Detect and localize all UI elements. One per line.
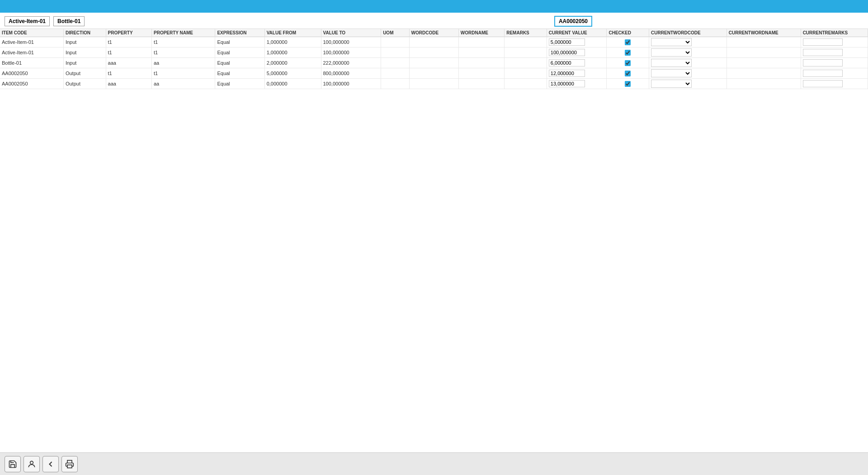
cell-property: t1 xyxy=(106,48,151,58)
cell-currentremarks[interactable] xyxy=(801,58,868,68)
checked-checkbox[interactable] xyxy=(625,39,631,45)
cell-property: t1 xyxy=(106,68,151,79)
col-header-expression: EXPRESSION xyxy=(215,29,264,37)
col-header-currentremarks: CURRENTREMARKS xyxy=(801,29,868,37)
checked-checkbox[interactable] xyxy=(625,50,631,56)
cell-valueto: 222,000000 xyxy=(321,58,381,68)
cell-itemcode: Bottle-01 xyxy=(0,58,63,68)
properties-table: ITEM CODE DIRECTION PROPERTY PROPERTY NA… xyxy=(0,29,868,89)
cell-itemcode: Active-Item-01 xyxy=(0,48,63,58)
cell-property: aaa xyxy=(106,79,151,89)
cell-direction: Input xyxy=(63,58,106,68)
cell-currentwordcode[interactable] xyxy=(649,58,727,68)
cell-currentwordcode[interactable] xyxy=(649,48,727,58)
cell-currentremarks[interactable] xyxy=(801,68,868,79)
currentremarks-input[interactable] xyxy=(803,49,843,56)
cell-currentvalue[interactable] xyxy=(547,37,607,48)
cell-uom xyxy=(381,58,409,68)
cell-expression: Equal xyxy=(215,68,264,79)
cell-itemcode: AA0002050 xyxy=(0,68,63,79)
cell-remarks xyxy=(505,37,547,48)
cell-propertyname: t1 xyxy=(151,48,215,58)
print-button[interactable] xyxy=(61,456,78,472)
cell-valueto: 100,000000 xyxy=(321,37,381,48)
cell-currentwordcode[interactable] xyxy=(649,37,727,48)
cell-currentvalue[interactable] xyxy=(547,68,607,79)
back-button[interactable] xyxy=(42,456,59,472)
cell-expression: Equal xyxy=(215,37,264,48)
table-container: ITEM CODE DIRECTION PROPERTY PROPERTY NA… xyxy=(0,29,868,452)
currentwordcode-select[interactable] xyxy=(651,80,692,88)
currentremarks-input[interactable] xyxy=(803,38,843,46)
currentremarks-input[interactable] xyxy=(803,70,843,77)
table-body: Active-Item-01Inputt1t1Equal1,000000100,… xyxy=(0,37,868,89)
cell-currentwordname xyxy=(726,48,801,58)
cell-expression: Equal xyxy=(215,79,264,89)
cell-currentremarks[interactable] xyxy=(801,37,868,48)
cell-direction: Input xyxy=(63,37,106,48)
cell-expression: Equal xyxy=(215,58,264,68)
currentwordcode-select[interactable] xyxy=(651,48,692,57)
currentwordcode-select[interactable] xyxy=(651,69,692,77)
currentvalue-input[interactable] xyxy=(549,70,585,77)
col-header-valuefrom: VALUE FROM xyxy=(264,29,321,37)
currentwordcode-select[interactable] xyxy=(651,59,692,67)
currentvalue-input[interactable] xyxy=(549,38,585,46)
cell-checked[interactable] xyxy=(607,37,649,48)
header-section: Active-Item-01 Bottle-01 AA0002050 xyxy=(0,13,868,29)
close-button[interactable] xyxy=(852,1,863,11)
table-row: AA0002050Outputt1t1Equal5,000000800,0000… xyxy=(0,68,868,79)
cell-valuefrom: 2,000000 xyxy=(264,58,321,68)
user-button[interactable] xyxy=(24,456,40,472)
cell-currentvalue[interactable] xyxy=(547,48,607,58)
cell-wordcode xyxy=(409,79,458,89)
cell-wordname xyxy=(458,68,504,79)
bottom-toolbar xyxy=(0,452,868,475)
cell-direction: Output xyxy=(63,79,106,89)
title-bar xyxy=(0,0,868,13)
cell-currentwordcode[interactable] xyxy=(649,79,727,89)
table-row: AA0002050OutputaaaaaEqual0,000000100,000… xyxy=(0,79,868,89)
currentvalue-input[interactable] xyxy=(549,59,585,66)
currentvalue-input[interactable] xyxy=(549,80,585,87)
minimize-button[interactable] xyxy=(825,1,836,11)
currentwordcode-select[interactable] xyxy=(651,38,692,46)
settings-button[interactable] xyxy=(816,1,823,11)
cell-direction: Input xyxy=(63,48,106,58)
col-header-direction: DIRECTION xyxy=(63,29,106,37)
cell-wordcode xyxy=(409,58,458,68)
cell-currentremarks[interactable] xyxy=(801,79,868,89)
currentvalue-input[interactable] xyxy=(549,49,585,56)
col-header-currentwordname: CURRENTWORDNAME xyxy=(726,29,801,37)
cell-currentvalue[interactable] xyxy=(547,58,607,68)
svg-rect-1 xyxy=(67,465,72,468)
cell-wordcode xyxy=(409,68,458,79)
restore-button[interactable] xyxy=(838,1,850,11)
output-item-badge: AA0002050 xyxy=(554,16,592,27)
save-button[interactable] xyxy=(5,456,21,472)
cell-itemcode: Active-Item-01 xyxy=(0,37,63,48)
cell-wordcode xyxy=(409,48,458,58)
checked-checkbox[interactable] xyxy=(625,71,631,76)
cell-wordname xyxy=(458,79,504,89)
cell-checked[interactable] xyxy=(607,79,649,89)
cell-currentremarks[interactable] xyxy=(801,48,868,58)
cell-checked[interactable] xyxy=(607,68,649,79)
table-row: Active-Item-01Inputt1t1Equal1,000000100,… xyxy=(0,37,868,48)
cell-checked[interactable] xyxy=(607,58,649,68)
cell-currentwordname xyxy=(726,58,801,68)
col-header-uom: UOM xyxy=(381,29,409,37)
cell-itemcode: AA0002050 xyxy=(0,79,63,89)
checked-checkbox[interactable] xyxy=(625,81,631,87)
cell-valuefrom: 1,000000 xyxy=(264,37,321,48)
cell-currentwordcode[interactable] xyxy=(649,68,727,79)
cell-valueto: 100,000000 xyxy=(321,48,381,58)
checked-checkbox[interactable] xyxy=(625,60,631,66)
cell-currentwordname xyxy=(726,37,801,48)
cell-currentvalue[interactable] xyxy=(547,79,607,89)
col-header-currentwordcode: CURRENTWORDCODE xyxy=(649,29,727,37)
currentremarks-input[interactable] xyxy=(803,59,843,66)
currentremarks-input[interactable] xyxy=(803,80,843,87)
cell-checked[interactable] xyxy=(607,48,649,58)
cell-uom xyxy=(381,68,409,79)
